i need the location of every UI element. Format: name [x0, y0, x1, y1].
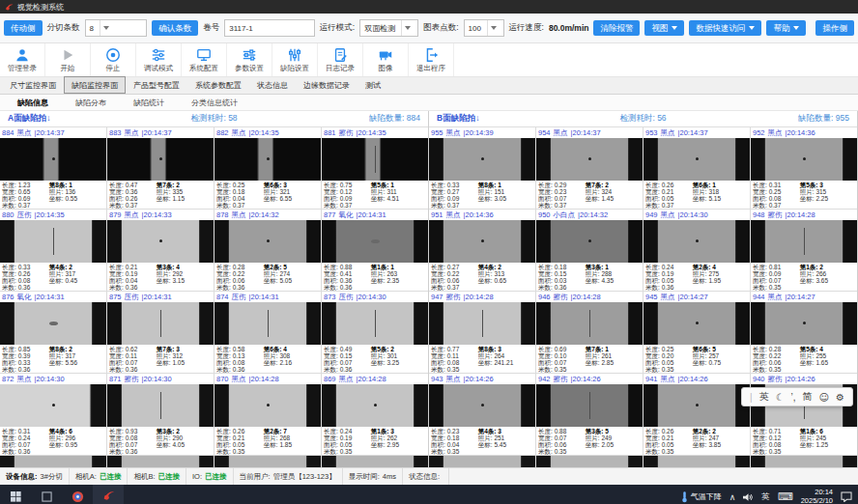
- inspection-app-taskbar-button[interactable]: [93, 485, 124, 504]
- panel-title: B面缺陷拍↓: [437, 113, 574, 125]
- tab-0[interactable]: 尺寸监控界面: [2, 76, 64, 94]
- defect-cell[interactable]: 882黑点|20:14:35长度: 0.25宽度: 0.18面积: 0.04米数…: [214, 127, 321, 209]
- tab-3[interactable]: 系统参数配置: [187, 76, 249, 94]
- defect-cell[interactable]: 880压伤|20:14:35长度: 0.33宽度: 0.26面积: 0.08米数…: [0, 210, 106, 291]
- browser-taskbar-button[interactable]: [62, 485, 93, 504]
- defect-cell[interactable]: 942擦伤|20:14:26长度: 0.88宽度: 0.07面积: 0.06米数…: [536, 374, 643, 455]
- defect-id: 946: [538, 293, 551, 301]
- help-menu-button[interactable]: 帮助: [766, 20, 806, 37]
- defect-cell[interactable]: 954黑点|20:14:37长度: 0.29宽度: 0.23面积: 0.07米数…: [536, 127, 643, 209]
- taskbar-clock[interactable]: 20:14 2025/2/10: [801, 489, 833, 504]
- tray-expand-icon[interactable]: ∧: [729, 492, 736, 502]
- coordinate-line: 坐标: 1.95: [693, 277, 748, 284]
- ime-settings-gear-icon[interactable]: ⚙: [836, 392, 844, 403]
- defect-cell[interactable]: 952黑点|20:14:36长度: 0.31宽度: 0.25面积: 0.08米数…: [751, 127, 857, 209]
- defect-cell[interactable]: 941黑点|20:14:26长度: 0.26宽度: 0.21面积: 0.05米数…: [644, 374, 750, 455]
- monitor-icon: [196, 47, 212, 63]
- width-value: 0.36: [126, 188, 138, 195]
- coordinate-line: 坐标: 241.21: [478, 359, 533, 366]
- clear-alarm-button[interactable]: 清除报警: [593, 20, 640, 37]
- action-monitor-button[interactable]: 系统配置: [182, 43, 227, 76]
- ime-simplified-toggle[interactable]: 简: [803, 390, 813, 404]
- defect-cell[interactable]: 944黑点|20:14:27长度: 0.28宽度: 0.22面积: 0.06米数…: [751, 292, 857, 373]
- defect-cell[interactable]: 884黑点|20:14:37长度: 1.23宽度: 0.65面积: 0.69米数…: [0, 127, 106, 209]
- defect-cell[interactable]: 877氧化|20:14:31长度: 0.88宽度: 0.41面积: 0.36米数…: [322, 210, 428, 291]
- ime-punctuation-toggle[interactable]: ’,: [791, 392, 796, 403]
- quick-access-menu-button[interactable]: 数据快速访问: [689, 20, 761, 37]
- defect-cell[interactable]: 945黑点|20:14:27长度: 0.25宽度: 0.20面积: 0.05米数…: [644, 292, 750, 373]
- defect-cell[interactable]: 875压伤|20:14:31长度: 0.62宽度: 0.11面积: 0.07米数…: [107, 292, 214, 373]
- defect-cell[interactable]: 883黑点|20:14:37长度: 0.47宽度: 0.36面积: 0.26米数…: [107, 127, 214, 209]
- subtab-1[interactable]: 缺陷分布: [62, 96, 120, 110]
- action-stop-button[interactable]: 停止: [91, 43, 136, 76]
- defect-cell[interactable]: 876氧化|20:14:31长度: 0.85宽度: 0.39面积: 0.33米数…: [0, 292, 106, 373]
- defect-cell[interactable]: 870黑点|20:14:28长度: 0.26宽度: 0.21面积: 0.05米数…: [214, 374, 321, 455]
- defect-cell[interactable]: 881擦伤|20:14:35长度: 0.75宽度: 0.12面积: 0.09米数…: [322, 127, 428, 209]
- defect-cell-header: 947擦伤|20:14:28: [429, 292, 535, 302]
- action-play-button[interactable]: 开始: [45, 43, 91, 76]
- roll-input[interactable]: 3117-1: [224, 19, 314, 37]
- input-language-indicator[interactable]: 英: [761, 491, 770, 503]
- coordinate-value: 5.05: [279, 277, 292, 284]
- operator-side-button[interactable]: 操作侧: [815, 20, 854, 37]
- defect-cell[interactable]: 955黑点|20:14:39长度: 0.33宽度: 0.27面积: 0.09米数…: [429, 127, 535, 209]
- photo-value: 290: [172, 434, 183, 441]
- length-line: 长度: 1.23: [2, 182, 49, 188]
- strip-count-select[interactable]: 8: [85, 19, 148, 37]
- run-mode-select[interactable]: 双面检测: [359, 19, 418, 37]
- volume-icon[interactable]: [743, 492, 754, 502]
- view-menu-button[interactable]: 视图: [644, 20, 684, 37]
- defect-cell[interactable]: 951黑点|20:14:36长度: 0.27宽度: 0.22面积: 0.06米数…: [429, 210, 535, 291]
- action-exit-button[interactable]: 退出程序: [409, 43, 454, 76]
- action-camera-button[interactable]: 图像: [363, 43, 409, 76]
- task-view-button[interactable]: [31, 485, 62, 504]
- tab-4[interactable]: 状态信息: [249, 76, 296, 94]
- coordinate-label: 坐标:: [586, 441, 600, 448]
- defect-cell[interactable]: 872黑点|20:14:30长度: 0.31宽度: 0.24面积: 0.07米数…: [0, 374, 106, 455]
- action-label: 管理登录: [8, 64, 37, 73]
- action-sliders-h-button[interactable]: 调试模式: [136, 43, 182, 76]
- tab-6[interactable]: 测试: [358, 76, 388, 94]
- keyboard-icon[interactable]: ⌨: [778, 490, 793, 503]
- defect-cell[interactable]: 949黑点|20:14:30长度: 0.24宽度: 0.19面积: 0.05米数…: [644, 210, 750, 291]
- chart-points-select[interactable]: 100: [464, 19, 504, 37]
- action-user-button[interactable]: 管理登录: [0, 43, 45, 76]
- width-line: 宽度: 0.12: [324, 188, 371, 195]
- defect-cell[interactable]: 950小白点|20:14:32长度: 0.18宽度: 0.15面积: 0.03米…: [536, 210, 643, 291]
- defect-cell[interactable]: 946擦伤|20:14:28长度: 0.69宽度: 0.10面积: 0.07米数…: [536, 292, 643, 373]
- defect-cell[interactable]: 943黑点|20:14:26长度: 0.23宽度: 0.18面积: 0.04米数…: [429, 374, 535, 455]
- defect-cell[interactable]: 879黑点|20:14:33长度: 0.21宽度: 0.19面积: 0.04米数…: [107, 210, 214, 291]
- defect-cell[interactable]: 873压伤|20:14:30长度: 0.49宽度: 0.15面积: 0.07米数…: [322, 292, 428, 373]
- clipped-defect-image: [322, 456, 428, 467]
- subtab-3[interactable]: 分类信息统计: [178, 96, 251, 110]
- drive-side-button[interactable]: 传动侧: [4, 20, 43, 37]
- defect-position: 第5条: 4照片: 255坐标: 1.65: [800, 346, 855, 373]
- tab-1[interactable]: 缺陷监控界面: [64, 76, 126, 94]
- action-log-button[interactable]: 日志记录: [318, 43, 363, 76]
- defect-cell[interactable]: 871擦伤|20:14:30长度: 0.93宽度: 0.08面积: 0.07米数…: [107, 374, 214, 455]
- defect-cell[interactable]: 947擦伤|20:14:28长度: 0.77宽度: 0.11面积: 0.08米数…: [429, 292, 535, 373]
- ime-moon-icon[interactable]: ☾: [776, 392, 785, 403]
- action-sliders-v-button[interactable]: 缺陷设置: [272, 43, 318, 76]
- defect-cell[interactable]: 953黑点|20:14:37长度: 0.26宽度: 0.21面积: 0.05米数…: [644, 127, 750, 209]
- notification-center-icon[interactable]: [841, 491, 852, 502]
- action-sliders-h2-button[interactable]: 参数设置: [227, 43, 272, 76]
- ime-language-toggle[interactable]: 英: [759, 390, 769, 404]
- photo-value: 245: [815, 434, 826, 441]
- confirm-strip-button[interactable]: 确认条数: [152, 20, 198, 37]
- tab-2[interactable]: 产品型号配置: [126, 76, 187, 94]
- ime-emoji-icon[interactable]: ☺: [819, 392, 829, 403]
- defect-cell[interactable]: 948擦伤|20:14:28长度: 0.81宽度: 0.09面积: 0.07米数…: [751, 210, 857, 291]
- area-label: 面积:: [216, 277, 231, 284]
- weather-widget[interactable]: 气温下降: [681, 490, 722, 503]
- defect-cell[interactable]: 874压伤|20:14:31长度: 0.58宽度: 0.13面积: 0.08米数…: [214, 292, 321, 373]
- ime-drag-handle[interactable]: |: [750, 392, 753, 403]
- defect-cell[interactable]: 940擦伤|20:14:26长度: 0.71宽度: 0.12面积: 0.08米数…: [751, 374, 857, 455]
- subtab-2[interactable]: 缺陷统计: [120, 96, 178, 110]
- subtab-0[interactable]: 缺陷信息: [4, 96, 62, 110]
- defect-cell[interactable]: 878黑点|20:14:32长度: 0.28宽度: 0.22面积: 0.06米数…: [214, 210, 321, 291]
- windows-start-button[interactable]: [0, 485, 31, 504]
- defect-cell[interactable]: 869黑点|20:14:28长度: 0.24宽度: 0.19面积: 0.05米数…: [322, 374, 428, 455]
- photo-line: 照片: 288: [586, 270, 641, 277]
- tab-5[interactable]: 边缘数据记录: [296, 76, 358, 94]
